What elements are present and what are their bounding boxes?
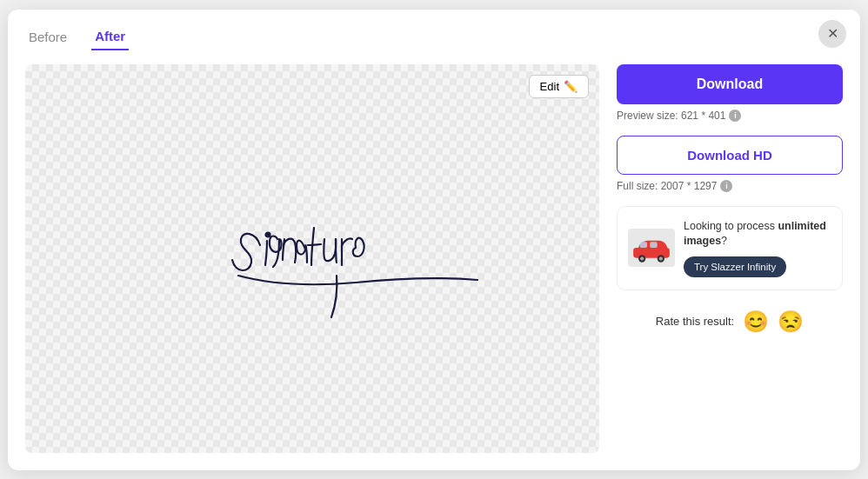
download-group: Download Preview size: 621 * 401 i	[617, 64, 843, 122]
svg-rect-2	[640, 242, 647, 248]
promo-text-part2: ?	[721, 235, 727, 247]
happy-rating-button[interactable]: 😊	[743, 311, 769, 332]
tab-after[interactable]: After	[91, 23, 129, 50]
promo-card: Looking to process unlimited images? Try…	[617, 206, 843, 290]
preview-area: Edit ✏️	[25, 64, 599, 453]
svg-rect-3	[650, 242, 657, 248]
modal-container: Before After ✕ Edit ✏️	[8, 10, 860, 470]
full-size-text: Full size: 2007 * 1297	[617, 180, 717, 192]
full-size-info-icon: i	[720, 180, 732, 192]
full-size-info: Full size: 2007 * 1297 i	[617, 180, 843, 192]
close-button[interactable]: ✕	[818, 20, 846, 48]
download-button[interactable]: Download	[617, 64, 843, 104]
preview-size-text: Preview size: 621 * 401	[617, 110, 725, 122]
preview-info-icon: i	[729, 110, 741, 122]
svg-rect-8	[630, 233, 673, 240]
rating-section: Rate this result: 😊 😒	[617, 304, 843, 339]
rating-label: Rate this result:	[656, 315, 734, 328]
preview-size-info: Preview size: 621 * 401 i	[617, 110, 843, 122]
svg-point-0	[266, 233, 270, 237]
edit-button[interactable]: Edit ✏️	[529, 75, 589, 98]
promo-description: Looking to process unlimited images?	[684, 219, 831, 249]
meh-rating-button[interactable]: 😒	[778, 311, 804, 332]
promo-thumbnail	[628, 229, 675, 267]
svg-rect-1	[633, 248, 670, 258]
modal-header: Before After ✕	[8, 10, 860, 50]
sidebar: Download Preview size: 621 * 401 i Downl…	[617, 64, 843, 453]
modal-body: Edit ✏️	[8, 50, 860, 470]
signature-image	[112, 163, 512, 354]
pencil-icon: ✏️	[564, 80, 578, 93]
edit-label: Edit	[540, 80, 559, 93]
car-icon	[630, 230, 673, 265]
download-hd-group: Download HD Full size: 2007 * 1297 i	[617, 136, 843, 192]
download-hd-button[interactable]: Download HD	[617, 136, 843, 175]
svg-point-7	[659, 256, 663, 260]
try-infinity-button[interactable]: Try Slazzer Infinity	[684, 256, 786, 277]
promo-text-part1: Looking to process	[684, 220, 778, 232]
promo-text: Looking to process unlimited images? Try…	[684, 219, 831, 277]
tab-before[interactable]: Before	[25, 24, 70, 50]
svg-point-5	[640, 256, 644, 260]
